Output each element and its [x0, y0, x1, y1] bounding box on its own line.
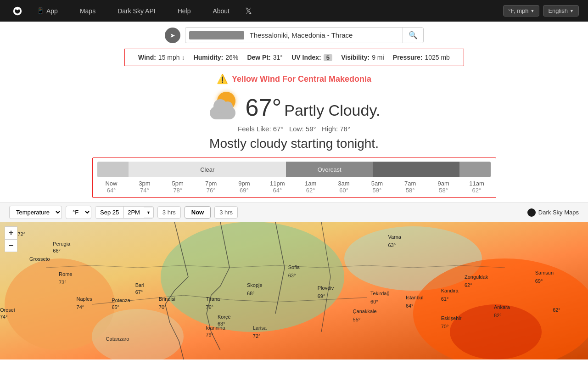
city-label: 74° [77, 304, 84, 310]
city-label: Catanzaro [106, 336, 129, 342]
hourly-times: Now64°3pm74°5pm78°7pm76°9pm69°11pm64°1am… [97, 180, 491, 194]
alert-text: Yellow Wind For Central Makedonia [232, 74, 371, 84]
nav-maps-link[interactable]: Maps [69, 0, 106, 22]
city-label: Samsun [535, 270, 554, 275]
map-background [0, 222, 588, 359]
units-selector[interactable]: °F, mph ▼ [503, 5, 539, 17]
city-label: 64° [406, 303, 414, 309]
map-container[interactable]: + − 72° Perugia 66° Grosseto Rome 73° Na… [0, 222, 588, 359]
search-input[interactable] [248, 28, 403, 42]
location-icon: ➤ [170, 32, 175, 39]
humidity-label: Humidity: [194, 54, 224, 61]
hour-temp: 60° [331, 187, 356, 194]
low-value: 59° [306, 125, 316, 133]
city-label: Ioannina [206, 325, 225, 331]
condition-overcast-dark: Overcast [286, 162, 373, 177]
pressure-stat: Pressure: 1025 mb [393, 54, 450, 61]
city-label: 55° [353, 317, 361, 322]
chevron-down-icon: ▼ [531, 9, 535, 13]
high-label: High: [322, 125, 338, 133]
city-label: Skopje [247, 282, 263, 288]
wind-stat: Wind: 15 mph ↓ [138, 54, 185, 61]
city-label: Orosei [0, 307, 15, 313]
hour-item: 9pm69° [232, 180, 257, 194]
search-input-wrapper: 🔍 [185, 27, 424, 43]
city-label: Brindisi [159, 296, 175, 302]
dew-value: 31° [273, 54, 283, 61]
city-label: Eskişehir [441, 315, 462, 321]
alert-icon: ⚠️ [217, 73, 228, 84]
condition-overcast-mid [373, 162, 459, 177]
feels-value: 67° [273, 125, 284, 133]
hour-temp: 64° [99, 187, 124, 194]
hourly-container: Clear Overcast Now64°3pm74°5pm78°7pm76°9… [92, 157, 496, 198]
city-label: 72° [17, 231, 25, 237]
zoom-in-button[interactable]: + [5, 226, 17, 239]
nav-app-link[interactable]: 📱 App [26, 0, 69, 22]
nav-about-link[interactable]: About [202, 0, 241, 22]
city-label: 69° [535, 278, 543, 284]
hour-temp: 62° [298, 187, 323, 194]
city-label: 63° [388, 242, 396, 248]
city-label: 70° [159, 304, 167, 310]
uv-stat: UV Index: 5 [291, 54, 332, 61]
uv-value: 5 [324, 54, 332, 61]
high-value: 78° [340, 125, 350, 133]
map-now-button[interactable]: Now [185, 206, 211, 219]
map-layer-select[interactable]: Temperature [9, 206, 62, 219]
current-details: Feels Like: 67° Low: 59° High: 78° [238, 125, 350, 133]
locate-me-button[interactable]: ➤ [165, 28, 180, 43]
feels-label: Feels Like: [238, 125, 271, 133]
city-label: Bari [135, 282, 145, 288]
city-label: 62° [553, 307, 560, 313]
search-button[interactable]: 🔍 [403, 28, 423, 43]
hour-temp: 59° [364, 187, 389, 194]
map-controls: Temperature °F Sep 25 2PM ▼ 3 hrs Now 3 … [0, 202, 588, 222]
city-label: 70° [441, 324, 449, 329]
hour-temp: 78° [165, 187, 190, 194]
svg-point-2 [16, 7, 19, 10]
nav-right: °F, mph ▼ English ▼ [503, 5, 579, 17]
hour-temp: 69° [232, 187, 257, 194]
city-label: Kandira [441, 288, 459, 293]
condition-clear: Clear [129, 162, 286, 177]
hour-time: 5pm [165, 180, 190, 187]
current-desc: Partly Cloudy. [284, 101, 380, 119]
current-weather: 67° Partly Cloudy. Feels Like: 67° Low: … [0, 88, 588, 157]
hour-time: 3pm [132, 180, 157, 187]
search-bar: ➤ 🔍 [0, 22, 588, 49]
humidity-stat: Humidity: 26% [194, 54, 239, 61]
zoom-out-button[interactable]: − [5, 239, 17, 252]
hour-item: 5pm78° [165, 180, 190, 194]
twitter-icon: 𝕏 [245, 6, 252, 16]
hour-item: Now64° [99, 180, 124, 194]
weather-summary: Mostly cloudy starting tonight. [209, 136, 379, 151]
nav-help-link[interactable]: Help [167, 0, 202, 22]
city-label: Grosseto [29, 256, 50, 262]
logo-icon [12, 6, 22, 16]
darksky-logo-icon [527, 208, 536, 217]
nav-logo[interactable] [9, 6, 26, 16]
map-hours-after-button[interactable]: 3 hrs [214, 206, 238, 219]
city-label: 76° [206, 304, 213, 310]
zoom-controls: + − [5, 226, 17, 252]
hour-time: 11pm [265, 180, 290, 187]
city-label: 67° [135, 289, 143, 295]
city-label: Varna [388, 234, 401, 240]
hour-temp: 64° [265, 187, 290, 194]
hour-time: 1am [298, 180, 323, 187]
city-label: 72° [253, 333, 261, 339]
humidity-value: 26% [225, 54, 238, 61]
nav-twitter-link[interactable]: 𝕏 [241, 0, 257, 22]
hour-time: 9am [431, 180, 456, 187]
nav-darksky-link[interactable]: Dark Sky API [106, 0, 166, 22]
hour-temp: 58° [398, 187, 423, 194]
map-hours-before-button[interactable]: 3 hrs [157, 206, 181, 219]
map-unit-select[interactable]: °F [66, 206, 91, 219]
dew-label: Dew Pt: [247, 54, 270, 61]
search-icon: 🔍 [409, 31, 418, 39]
city-label: Naples [77, 296, 92, 302]
alert-banner: ⚠️ Yellow Wind For Central Makedonia [0, 70, 588, 88]
language-selector[interactable]: English ▼ [543, 5, 579, 17]
current-temp: 67° [246, 94, 282, 121]
